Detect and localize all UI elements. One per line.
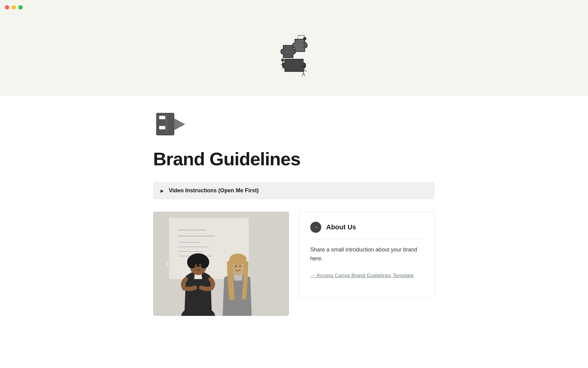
titlebar — [0, 0, 588, 15]
about-description: Share a small introduction about your br… — [310, 245, 424, 263]
callout-label: Video Instructions (Open Me First) — [169, 187, 259, 194]
svg-line-19 — [302, 73, 303, 76]
svg-point-9 — [281, 59, 284, 62]
close-button[interactable] — [5, 5, 9, 10]
svg-point-41 — [195, 264, 197, 267]
brand-icon-row — [153, 108, 435, 139]
svg-point-46 — [239, 265, 241, 267]
callout-arrow-icon: ▶ — [160, 188, 164, 193]
minimize-button[interactable] — [12, 5, 16, 10]
video-instructions-callout[interactable]: ▶ Video Instructions (Open Me First) — [153, 182, 435, 199]
team-photo-card — [153, 212, 289, 316]
svg-marker-26 — [174, 118, 185, 131]
puzzle-icon — [274, 33, 314, 80]
about-header: → About Us — [310, 222, 424, 239]
women-photo-placeholder — [153, 212, 289, 316]
svg-point-42 — [199, 264, 202, 267]
page-title: Brand Guidelines — [153, 148, 435, 170]
svg-point-15 — [303, 66, 306, 68]
two-column-section: → About Us Share a small introduction ab… — [153, 212, 435, 316]
svg-rect-23 — [159, 116, 165, 119]
cover-area — [0, 15, 588, 96]
svg-point-44 — [229, 254, 247, 265]
about-arrow-icon: → — [310, 222, 321, 233]
maximize-button[interactable] — [18, 5, 23, 10]
svg-line-18 — [304, 70, 307, 71]
svg-line-16 — [303, 68, 304, 73]
svg-line-20 — [303, 73, 305, 76]
svg-point-45 — [235, 265, 237, 267]
canva-template-link[interactable]: → Access Canva Brand Guidelines Template — [310, 273, 414, 278]
about-title: About Us — [326, 223, 356, 231]
svg-rect-35 — [165, 261, 170, 267]
page-content: Brand Guidelines ▶ Video Instructions (O… — [110, 96, 478, 340]
svg-rect-24 — [159, 126, 165, 129]
about-card: → About Us Share a small introduction ab… — [299, 212, 435, 297]
